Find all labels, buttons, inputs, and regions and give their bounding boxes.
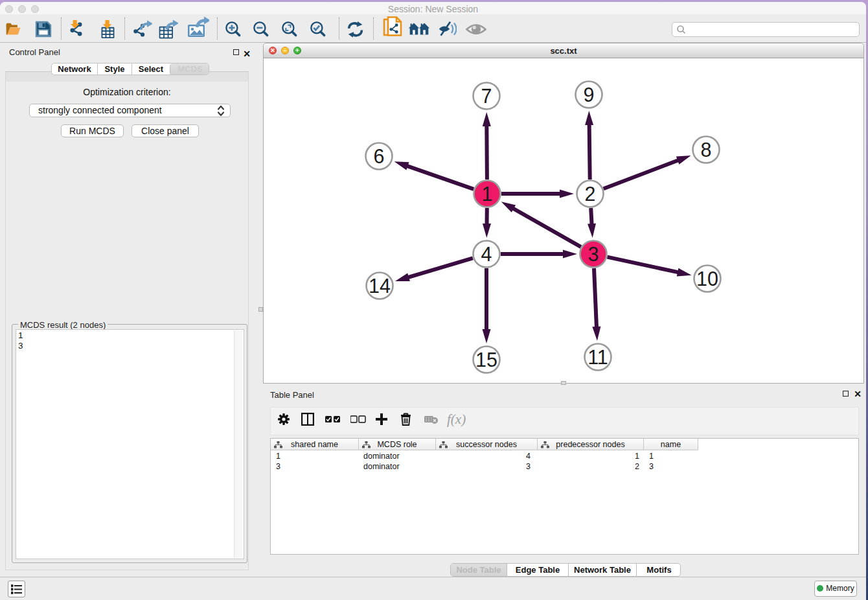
svg-text:14: 14 xyxy=(369,275,391,297)
svg-text:3: 3 xyxy=(588,243,599,265)
svg-text:8: 8 xyxy=(701,139,712,161)
svg-text:6: 6 xyxy=(374,145,385,167)
svg-text:2: 2 xyxy=(585,183,596,205)
svg-text:10: 10 xyxy=(696,268,718,290)
svg-text:7: 7 xyxy=(481,85,492,107)
svg-text:4: 4 xyxy=(481,243,492,265)
svg-text:9: 9 xyxy=(584,84,595,106)
svg-text:1: 1 xyxy=(482,183,493,205)
svg-text:15: 15 xyxy=(475,349,497,371)
svg-text:11: 11 xyxy=(588,346,608,368)
